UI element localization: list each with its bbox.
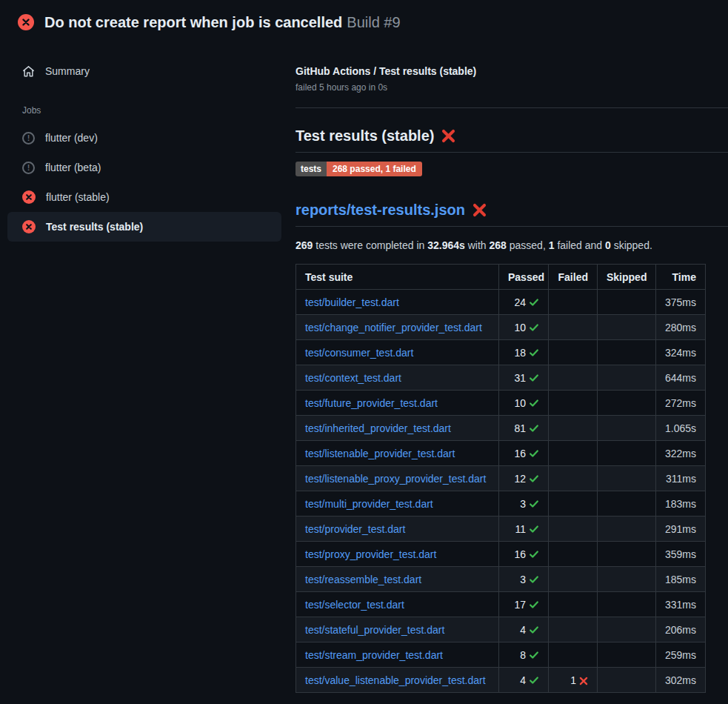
check-icon: [529, 297, 539, 308]
sidebar-item-flutter-dev[interactable]: ! flutter (dev): [7, 123, 281, 153]
passed-cell: 3: [499, 567, 549, 592]
failed-cell: [549, 365, 598, 391]
test-suite-link[interactable]: test/inherited_provider_test.dart: [305, 422, 451, 434]
sidebar-item-label: flutter (beta): [45, 162, 101, 173]
failed-cell: [549, 592, 598, 617]
table-row: test/value_listenable_provider_test.dart…: [296, 668, 706, 693]
test-suite-link[interactable]: test/listenable_proxy_provider_test.dart: [305, 473, 486, 485]
time-cell: 280ms: [656, 315, 706, 340]
test-suite-cell: test/selector_test.dart: [296, 592, 499, 617]
skipped-cell: [598, 542, 656, 567]
test-suite-link[interactable]: test/listenable_provider_test.dart: [305, 448, 455, 459]
failed-cell: [549, 391, 598, 416]
test-suite-cell: test/future_provider_test.dart: [296, 391, 499, 416]
summary-text: failed and: [555, 239, 606, 251]
time-cell: 185ms: [656, 567, 706, 592]
failed-cell: [549, 466, 598, 491]
skipped-cell: [598, 617, 656, 642]
test-suite-link[interactable]: test/future_provider_test.dart: [305, 397, 438, 409]
skipped-cell: [598, 290, 656, 315]
sidebar-item-label: Test results (stable): [46, 221, 143, 233]
neutral-status-icon: !: [22, 132, 35, 145]
table-row: test/multi_provider_test.dart3183ms: [296, 491, 706, 517]
column-header-skipped: Skipped: [598, 265, 656, 290]
sidebar-item-summary[interactable]: Summary: [7, 56, 281, 86]
test-suite-link[interactable]: test/reassemble_test.dart: [305, 574, 421, 585]
time-cell: 375ms: [656, 290, 706, 315]
test-suite-link[interactable]: test/consumer_test.dart: [305, 347, 413, 359]
passed-cell: 10: [499, 315, 549, 340]
skipped-cell: [598, 592, 656, 617]
check-icon: [529, 600, 539, 610]
table-row: test/reassemble_test.dart3185ms: [296, 567, 706, 592]
table-row: test/context_test.dart31644ms: [296, 365, 706, 391]
passed-cell: 8: [499, 642, 549, 668]
breadcrumb: GitHub Actions / Test results (stable): [295, 65, 728, 77]
time-cell: 206ms: [656, 617, 706, 642]
report-file-link[interactable]: reports/test-results.json: [295, 202, 465, 219]
check-icon: [529, 574, 539, 585]
sidebar-item-flutter-stable[interactable]: flutter (stable): [7, 182, 281, 212]
test-suite-link[interactable]: test/stream_provider_test.dart: [305, 649, 443, 661]
cross-mark-icon: [472, 203, 487, 217]
test-suite-link[interactable]: test/stateful_provider_test.dart: [305, 624, 444, 636]
table-row: test/stateful_provider_test.dart4206ms: [296, 617, 706, 642]
time-cell: 311ms: [656, 466, 706, 491]
passed-cell: 31: [499, 365, 549, 391]
test-suite-link[interactable]: test/selector_test.dart: [305, 599, 404, 611]
passed-cell: 81: [499, 416, 549, 441]
home-icon: [22, 65, 35, 78]
build-number: Build #9: [347, 14, 400, 30]
check-icon: [529, 675, 539, 685]
test-suite-link[interactable]: test/context_test.dart: [305, 372, 401, 384]
test-table-body: test/builder_test.dart24375mstest/change…: [296, 290, 706, 693]
table-row: test/proxy_provider_test.dart16359ms: [296, 542, 706, 567]
summary-text: with: [465, 239, 490, 251]
section-title: Test results (stable): [295, 127, 728, 153]
test-suite-link[interactable]: test/change_notifier_provider_test.dart: [305, 322, 482, 333]
check-icon: [529, 423, 539, 434]
sidebar-item-flutter-beta[interactable]: ! flutter (beta): [7, 153, 281, 182]
time-cell: 644ms: [656, 365, 706, 391]
passed-cell: 16: [499, 542, 549, 567]
failed-cell: [549, 542, 598, 567]
test-suite-link[interactable]: test/multi_provider_test.dart: [305, 498, 433, 510]
passed-cell: 12: [499, 466, 549, 491]
build-header: Do not create report when job is cancell…: [0, 0, 728, 43]
passed-cell: 11: [499, 517, 549, 542]
test-suite-cell: test/builder_test.dart: [296, 290, 499, 315]
test-suite-link[interactable]: test/value_listenable_provider_test.dart: [305, 674, 486, 686]
check-icon: [529, 398, 539, 408]
column-header-time: Time: [656, 265, 706, 290]
jobs-heading: Jobs: [7, 86, 281, 123]
time-cell: 1.065s: [656, 416, 706, 441]
check-icon: [529, 549, 539, 559]
check-icon: [529, 373, 539, 383]
table-row: test/inherited_provider_test.dart811.065…: [296, 416, 706, 441]
test-suite-link[interactable]: test/proxy_provider_test.dart: [305, 548, 436, 560]
check-icon: [529, 499, 539, 509]
test-suite-cell: test/listenable_proxy_provider_test.dart: [296, 466, 499, 491]
test-suite-cell: test/multi_provider_test.dart: [296, 491, 499, 517]
test-suite-link[interactable]: test/builder_test.dart: [305, 296, 399, 308]
test-results-table: Test suite Passed Failed Skipped Time te…: [295, 264, 706, 693]
failed-cell: [549, 642, 598, 668]
sidebar-item-test-results-stable[interactable]: Test results (stable): [7, 212, 281, 242]
failed-cell: [549, 441, 598, 466]
failed-status-icon: [18, 14, 34, 30]
skipped-cell: [598, 567, 656, 592]
column-header-test-suite: Test suite: [296, 265, 499, 290]
sidebar-item-label: flutter (dev): [45, 132, 98, 144]
failed-status-icon: [22, 220, 36, 233]
passed-cell: 3: [499, 491, 549, 517]
check-icon: [529, 625, 539, 635]
x-icon: [579, 677, 588, 685]
passed-cell: 4: [499, 617, 549, 642]
skipped-cell: [598, 340, 656, 365]
skipped-cell: [598, 466, 656, 491]
failed-cell: [549, 567, 598, 592]
test-suite-link[interactable]: test/provider_test.dart: [305, 523, 405, 535]
time-cell: 302ms: [656, 668, 706, 693]
build-title-text: Do not create report when job is cancell…: [44, 14, 342, 30]
time-cell: 183ms: [656, 491, 706, 517]
